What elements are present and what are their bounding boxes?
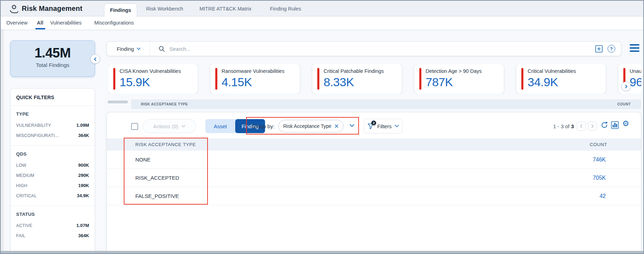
add-to-dashboard-icon[interactable] — [595, 45, 603, 53]
filter-section-qds: QDS LOW 900K MEDIUM 290K HIGH 190K CRITI… — [11, 145, 95, 206]
filters-button[interactable]: 2 Filters — [364, 119, 402, 133]
page-title: Risk Management — [22, 5, 82, 13]
chevron-left-icon — [93, 57, 97, 61]
chevron-down-icon — [395, 125, 399, 128]
chevron-left-icon — [580, 124, 583, 128]
red-accent-bar — [113, 68, 115, 90]
menu-icon[interactable] — [630, 44, 639, 54]
stat-card-critical-vulnerabilities[interactable]: Critical Vulnerabilities 34.9K — [516, 64, 606, 94]
subnav-misconfigurations[interactable]: Misconfigurations — [94, 20, 134, 26]
tab-finding-rules[interactable]: Finding Rules — [270, 1, 301, 16]
filter-section-type: TYPE VULNERABILITY 1.09M MISCONFIGURATI…… — [11, 106, 95, 145]
funnel-icon: 2 — [367, 123, 374, 130]
filter-item-low[interactable]: LOW 900K — [16, 160, 89, 170]
tab-risk-workbench[interactable]: Risk Workbench — [146, 1, 183, 16]
filter-item-medium[interactable]: MEDIUM 290K — [16, 170, 89, 180]
tab-mitre-attck-matrix[interactable]: MITRE ATT&CK Matrix — [199, 1, 251, 16]
column-header-type[interactable]: RISK ACCEPTANCE TYPE — [135, 142, 196, 147]
stat-card-detection-age[interactable]: Detection Age > 90 Days 787K — [414, 64, 504, 94]
filter-item-active[interactable]: ACTIVE 1.07M — [16, 220, 89, 231]
total-findings-value: 1.45M — [11, 46, 95, 61]
filter-item-high[interactable]: HIGH 190K — [16, 180, 89, 191]
cards-next-button[interactable] — [621, 82, 631, 91]
quick-filters-title: QUICK FILTERS — [11, 89, 95, 106]
stat-cards-row: CISA Known Vulnerabilities 15.9K Ransomw… — [108, 64, 641, 94]
filter-item-vulnerability[interactable]: VULNERABILITY 1.09M — [16, 120, 89, 130]
section-title: STATUS — [16, 212, 89, 217]
section-title: QDS — [16, 151, 89, 157]
sidebar-collapse-button[interactable] — [90, 54, 100, 64]
count-link[interactable]: 705K — [593, 175, 606, 181]
active-subnav-indicator — [35, 28, 45, 29]
filter-item-fail[interactable]: FAIL 364K — [16, 231, 89, 241]
pagination-label: 1 - 3 of 3 — [538, 123, 574, 129]
filters-count-badge: 2 — [371, 121, 376, 125]
table-row[interactable]: RISK_ACCEPTED 705K — [107, 169, 641, 187]
help-icon[interactable]: ? — [608, 45, 615, 53]
table-header-row: RISK ACCEPTANCE TYPE COUNT — [107, 138, 641, 151]
subnav-all[interactable]: All — [37, 20, 43, 26]
search-icon — [158, 46, 165, 52]
next-page-button[interactable] — [588, 122, 597, 131]
section-title: TYPE — [16, 111, 89, 117]
chevron-down-icon — [182, 125, 185, 128]
subnav-vulnerabilities[interactable]: Vulnerabilities — [50, 20, 82, 26]
filter-item-misconfiguration[interactable]: MISCONFIGURATI… 364K — [16, 130, 89, 140]
count-link[interactable]: 42 — [599, 193, 606, 199]
chevron-right-icon — [624, 84, 628, 89]
risk-management-logo-icon — [9, 4, 19, 14]
strip-type-label: RISK ACCEPTANCE TYPE — [141, 102, 188, 106]
search-bar: Finding ? — [107, 41, 621, 56]
subnav-overview[interactable]: Overview — [6, 20, 27, 26]
refresh-icon[interactable] — [601, 121, 608, 129]
group-by-dropdown-chevron-icon[interactable] — [350, 124, 354, 127]
red-accent-bar — [317, 68, 319, 90]
horizontal-scrollbar-thumb[interactable] — [108, 101, 128, 103]
filter-item-critical[interactable]: CRITICAL 34.9K — [16, 191, 89, 201]
previous-page-button[interactable] — [577, 122, 586, 131]
column-header-count[interactable]: COUNT — [590, 142, 607, 147]
stat-card-cisa[interactable]: CISA Known Vulnerabilities 15.9K — [108, 64, 198, 94]
actions-button[interactable]: Actions (0) — [143, 119, 196, 133]
tab-findings[interactable]: Findings — [104, 4, 137, 16]
findings-table-panel: Actions (0) Asset Finding Group by: Risk… — [107, 112, 641, 254]
quick-filters-panel: QUICK FILTERS TYPE VULNERABILITY 1.09M M… — [10, 88, 95, 254]
left-gutter — [1, 29, 4, 251]
red-accent-bar — [215, 68, 217, 90]
segment-asset[interactable]: Asset — [205, 119, 235, 133]
table-row[interactable]: NONE 746K — [107, 151, 641, 169]
chevron-right-icon — [591, 124, 594, 128]
gear-icon[interactable]: ⚙ — [622, 120, 629, 128]
red-accent-bar — [419, 68, 421, 90]
group-by-chip[interactable]: Risk Acceptance Type — [278, 120, 344, 132]
stat-card-critical-patchable[interactable]: Critical Patchable Findings 8.33K — [312, 64, 402, 94]
select-all-checkbox[interactable] — [131, 123, 138, 130]
group-by-label: Group by: — [251, 123, 274, 129]
count-link[interactable]: 746K — [593, 157, 606, 163]
red-accent-bar — [521, 68, 523, 90]
sticky-column-header-strip: RISK ACCEPTANCE TYPE COUNT — [131, 99, 641, 109]
findings-subnav: Overview All Vulnerabilities Misconfigur… — [1, 16, 643, 29]
close-icon[interactable] — [334, 124, 339, 128]
group-chart-icon[interactable] — [611, 121, 619, 129]
strip-count-label: COUNT — [617, 102, 631, 106]
stat-card-ransomware[interactable]: Ransomware Vulnerabilities 4.15K — [210, 64, 300, 94]
search-input[interactable] — [169, 46, 595, 52]
filter-section-status: STATUS ACTIVE 1.07M FAIL 364K — [11, 206, 95, 246]
chevron-down-icon — [137, 48, 141, 50]
total-findings-card[interactable]: 1.45M Total Findings — [10, 40, 95, 77]
window-bottom-edge — [1, 251, 643, 253]
divider — [150, 41, 150, 56]
table-row[interactable]: FALSE_POSITIVE 42 — [107, 187, 641, 205]
risk-management-app: Risk Management Findings Risk Workbench … — [0, 0, 644, 254]
total-findings-label: Total Findings — [11, 62, 95, 68]
search-entity-dropdown[interactable]: Finding — [107, 46, 150, 52]
app-header: Risk Management Findings Risk Workbench … — [1, 1, 643, 16]
